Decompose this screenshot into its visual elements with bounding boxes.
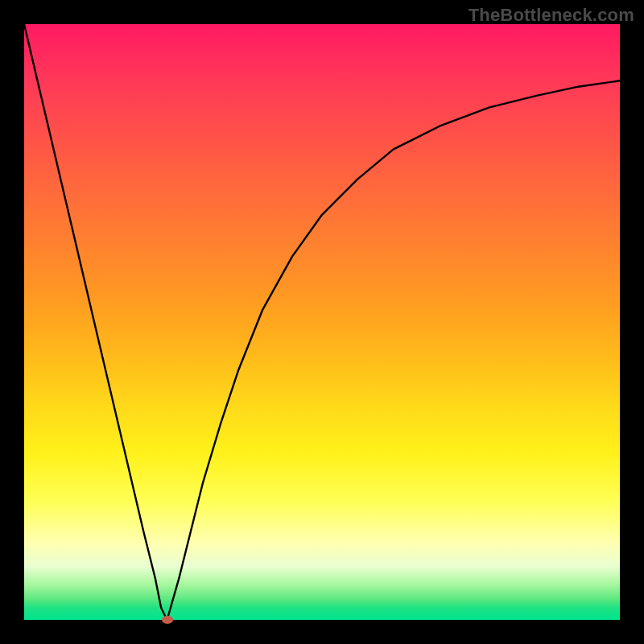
minimum-marker (162, 616, 173, 624)
bottleneck-curve (24, 24, 620, 620)
watermark-text: TheBottleneck.com (469, 5, 634, 26)
curve-right-branch (167, 80, 620, 620)
chart-frame (24, 24, 620, 620)
curve-left-branch (24, 24, 167, 620)
